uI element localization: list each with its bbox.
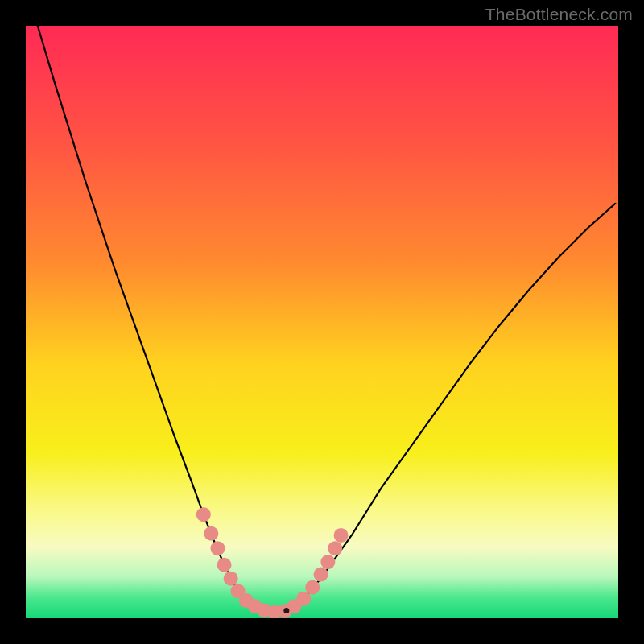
marker-point — [196, 507, 211, 522]
curve-left_branch — [38, 26, 275, 613]
marker-point — [334, 528, 349, 543]
marker-point-dark — [283, 608, 289, 613]
marker-point — [204, 526, 218, 541]
watermark-text: TheBottleneck.com — [485, 5, 633, 24]
marker-point — [217, 558, 232, 572]
curve-layer — [26, 26, 618, 618]
curve-right_branch — [275, 204, 615, 613]
marker-point — [328, 541, 342, 555]
marker-point — [305, 580, 320, 595]
marker-point — [224, 572, 238, 586]
marker-point — [296, 592, 311, 606]
plot-area — [26, 26, 618, 618]
marker-point — [210, 541, 225, 555]
marker-point — [314, 568, 328, 582]
chart-frame: TheBottleneck.com — [0, 0, 644, 644]
marker-point — [320, 555, 335, 569]
